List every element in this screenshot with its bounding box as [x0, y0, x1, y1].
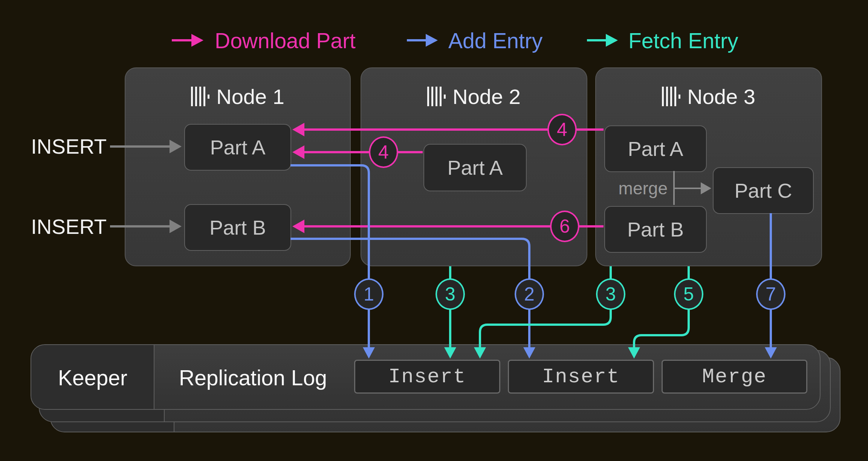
- merge-label: merge: [592, 178, 668, 198]
- step-badge-4-download-node3: 4: [547, 114, 577, 145]
- clickhouse-logo-icon: [662, 87, 680, 106]
- step-badge-2-add-entry: 2: [515, 278, 544, 310]
- insert-label-bottom: INSERT: [15, 215, 107, 238]
- clickhouse-logo-icon: [191, 87, 209, 106]
- clickhouse-logo-icon: [427, 87, 446, 106]
- node-3-title-label: Node 3: [687, 84, 755, 109]
- node-3-part-c: Part C: [713, 167, 814, 214]
- add-entry-arrow-icon: [407, 34, 438, 47]
- download-part-arrow-icon: [172, 34, 203, 47]
- node-3-part-b: Part B: [604, 206, 707, 253]
- node-1-title-label: Node 1: [216, 84, 284, 109]
- keeper-label: Keeper: [32, 366, 154, 389]
- legend-fetch-entry: Fetch Entry: [628, 29, 738, 53]
- step-badge-6-download-partb: 6: [550, 211, 579, 242]
- node-1-part-a: Part A: [184, 124, 291, 171]
- log-entry-merge: Merge: [662, 360, 807, 394]
- node-2-title-label: Node 2: [452, 84, 521, 109]
- node-3-title: Node 3: [596, 83, 821, 110]
- step-badge-5-fetch-entry: 5: [674, 278, 703, 310]
- replication-log-title: Replication Log: [179, 366, 345, 389]
- step-badge-3-fetch-entry-2: 3: [596, 278, 625, 310]
- node-1-title: Node 1: [125, 83, 350, 110]
- node-1-part-b: Part B: [184, 204, 291, 251]
- replication-diagram: Download Part Add Entry Fetch Entry Node…: [0, 0, 868, 461]
- step-badge-7-add-entry: 7: [756, 278, 785, 310]
- step-badge-3-fetch-entry: 3: [436, 278, 465, 310]
- step-badge-1-add-entry: 1: [354, 278, 384, 310]
- node-3: Node 3 Part A Part B Part C: [595, 67, 822, 266]
- legend-download-part: Download Part: [215, 29, 356, 53]
- step-badge-4-download-node2: 4: [369, 136, 398, 168]
- log-entry-insert-2: Insert: [508, 360, 654, 394]
- fetch-entry-arrow-icon: [587, 34, 618, 47]
- node-1: Node 1 Part A Part B: [125, 67, 351, 266]
- node-2-title: Node 2: [361, 83, 587, 110]
- insert-label-top: INSERT: [15, 135, 107, 158]
- node-2-part-a: Part A: [423, 144, 527, 191]
- legend-add-entry: Add Entry: [448, 29, 542, 53]
- log-entry-insert-1: Insert: [354, 360, 500, 394]
- node-3-part-a: Part A: [604, 125, 707, 172]
